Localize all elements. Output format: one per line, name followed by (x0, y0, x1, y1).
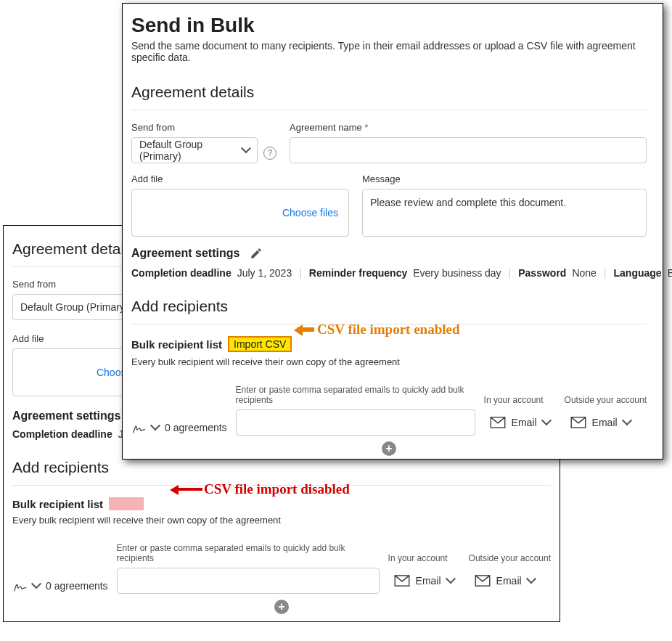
add-row-button-back[interactable]: + (274, 600, 289, 614)
divider (131, 110, 647, 110)
outside-account-email-select-back[interactable]: Email (469, 568, 551, 594)
in-account-email-select[interactable]: Email (484, 409, 556, 436)
language-val: English/US (668, 267, 672, 279)
send-from-label: Send from (131, 122, 276, 133)
add-file-dropzone[interactable]: Choose files (131, 189, 349, 237)
signature-icon (131, 420, 147, 436)
mail-icon (394, 575, 410, 587)
agreements-badge[interactable]: 0 agreements (131, 420, 227, 436)
chevron-down-icon (242, 147, 250, 154)
send-from-value: Default Group (Primary) (139, 139, 242, 162)
section-add-recipients: Add recipients (131, 298, 647, 315)
chevron-down-icon (447, 577, 454, 584)
annotation-disabled: CSV file import disabled (204, 481, 350, 497)
chevron-down-icon (528, 577, 535, 584)
completion-deadline-key: Completion deadline (131, 267, 231, 279)
section-agreement-details: Agreement details (131, 83, 647, 101)
in-account-label: In your account (484, 395, 556, 405)
reminder-val: Every business day (413, 267, 501, 279)
message-textarea[interactable] (362, 189, 647, 237)
chevron-down-icon (33, 582, 40, 589)
add-file-label: Add file (131, 173, 349, 184)
agreements-count: 0 agreements (165, 422, 227, 433)
language-key: Language (614, 267, 662, 279)
agreements-count-back: 0 agreements (46, 580, 108, 592)
section-add-recipients-back: Add recipients (12, 459, 551, 476)
bulk-recipient-list-label: Bulk recipient list (131, 338, 222, 351)
completion-deadline-val: July 1, 2023 (237, 267, 292, 279)
mail-icon (490, 417, 506, 428)
reminder-key: Reminder frequency (309, 267, 407, 279)
chevron-down-icon (152, 424, 159, 431)
page-subtitle: Send the same document to many recipient… (131, 40, 647, 63)
import-csv-removed-placeholder (109, 497, 144, 510)
help-icon[interactable]: ? (263, 147, 276, 160)
email-hint: Enter or paste comma separated emails to… (236, 385, 475, 405)
password-key: Password (518, 267, 566, 279)
bulk-desc: Every bulk recipient will receive their … (131, 356, 647, 367)
in-account-label-back: In your account (388, 553, 460, 563)
bulk-email-input-back[interactable] (117, 568, 380, 594)
mail-icon (475, 575, 491, 587)
email-hint-back: Enter or paste comma separated emails to… (117, 543, 380, 563)
outside-account-email-select[interactable]: Email (565, 409, 647, 436)
chevron-down-icon (543, 419, 550, 426)
chevron-down-icon (623, 419, 631, 426)
password-val: None (572, 267, 596, 279)
send-from-value-back: Default Group (Primary) (20, 301, 128, 313)
message-label: Message (362, 173, 647, 184)
mail-icon (570, 417, 586, 428)
orange-arrow-icon (297, 327, 314, 332)
send-from-select[interactable]: Default Group (Primary) (131, 137, 258, 163)
agreement-name-label: Agreement name * (290, 122, 647, 133)
agreement-name-input[interactable] (290, 137, 647, 163)
outside-account-label: Outside your account (565, 395, 647, 405)
choose-files-link[interactable]: Choose files (282, 207, 338, 219)
foreground-panel: Send in Bulk Send the same document to m… (122, 3, 663, 460)
agreement-settings-label: Agreement settings (131, 247, 239, 260)
in-account-email-select-back[interactable]: Email (388, 568, 460, 594)
signature-icon (12, 578, 28, 594)
agreements-badge-back[interactable]: 0 agreements (12, 578, 108, 594)
bulk-email-input[interactable] (236, 409, 475, 436)
add-row-button[interactable]: + (382, 441, 396, 456)
red-arrow-icon (173, 488, 202, 491)
page-title: Send in Bulk (131, 14, 647, 37)
edit-icon[interactable] (250, 247, 263, 260)
bulk-desc-back: Every bulk recipient will receive their … (12, 515, 551, 526)
outside-account-label-back: Outside your account (469, 553, 551, 563)
completion-deadline-key-back: Completion deadline (12, 428, 112, 440)
annotation-enabled: CSV file import enabled (317, 322, 460, 338)
import-csv-button[interactable]: Import CSV (228, 336, 292, 352)
bulk-recipient-list-label-back: Bulk recipient list (12, 498, 103, 510)
